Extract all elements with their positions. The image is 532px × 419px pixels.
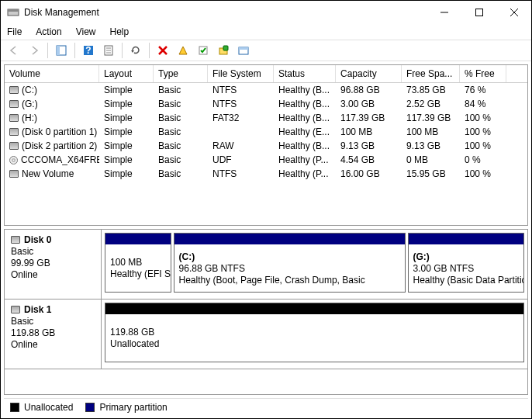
cell: Healthy (B...: [274, 140, 336, 152]
drive-icon: [9, 86, 19, 94]
volume-row[interactable]: CCCOMA_X64FRE...SimpleBasicUDFHealthy (P…: [5, 153, 527, 167]
disk-label[interactable]: Disk 1Basic119.88 GBOnline: [5, 300, 102, 369]
toolbar: ?: [1, 40, 531, 61]
column-header[interactable]: File System: [208, 65, 274, 82]
cell: CCCOMA_X64FRE...: [5, 154, 99, 166]
show-hide-console-tree-button[interactable]: [53, 42, 70, 59]
volume-rows: (C:)SimpleBasicNTFSHealthy (B...96.88 GB…: [5, 83, 527, 225]
column-header[interactable]: Capacity: [336, 65, 402, 82]
cell: 84 %: [460, 98, 506, 110]
column-header[interactable]: Layout: [99, 65, 154, 82]
drive-icon: [9, 100, 19, 108]
volume-row[interactable]: (Disk 2 partition 2)SimpleBasicRAWHealth…: [5, 139, 527, 153]
column-header[interactable]: % Free: [460, 65, 506, 82]
column-header[interactable]: Type: [154, 65, 208, 82]
partition-status: Healthy (Basic Data Partition): [413, 275, 519, 286]
volume-row[interactable]: New VolumeSimpleBasicNTFSHealthy (P...16…: [5, 167, 527, 181]
cell: (C:): [5, 84, 99, 96]
cell: 73.85 GB: [402, 84, 460, 96]
close-button[interactable]: [496, 1, 531, 24]
menu-view[interactable]: View: [76, 26, 96, 37]
cell: Simple: [99, 168, 154, 180]
partition-title: (G:): [413, 251, 519, 262]
cell: 15.95 GB: [402, 168, 460, 180]
help-button[interactable]: ?: [80, 42, 97, 59]
cell: 100 %: [460, 126, 506, 138]
volume-row[interactable]: (G:)SimpleBasicNTFSHealthy (B...3.00 GB2…: [5, 97, 527, 111]
delete-button[interactable]: [154, 42, 171, 59]
partition[interactable]: 119.88 GBUnallocated: [105, 303, 524, 362]
legend-label: Primary partition: [99, 402, 167, 413]
partition[interactable]: (C:)96.88 GB NTFSHealthy (Boot, Page Fil…: [174, 233, 406, 293]
cell: Simple: [99, 98, 154, 110]
cell: Simple: [99, 154, 154, 166]
disk-type: Basic: [11, 246, 95, 257]
legend: UnallocatedPrimary partition: [4, 398, 528, 415]
column-header[interactable]: Status: [274, 65, 336, 82]
cell: Healthy (E...: [274, 126, 336, 138]
partition-bar: [174, 234, 405, 244]
partition-status: Unallocated: [110, 338, 519, 349]
column-headers: VolumeLayoutTypeFile SystemStatusCapacit…: [5, 65, 527, 83]
volume-list-pane: VolumeLayoutTypeFile SystemStatusCapacit…: [4, 64, 528, 226]
partition-size: 96.88 GB NTFS: [179, 263, 400, 274]
back-button[interactable]: [5, 42, 22, 59]
svg-rect-18: [223, 46, 228, 50]
cell: 16.00 GB: [336, 168, 402, 180]
svg-rect-7: [57, 46, 60, 55]
menu-action[interactable]: Action: [36, 26, 61, 37]
drive-icon: [9, 142, 19, 150]
cell: Healthy (P...: [274, 168, 336, 180]
action-button-1[interactable]: [174, 42, 192, 59]
cell: Basic: [154, 140, 208, 152]
cell: 100 %: [460, 168, 506, 180]
volume-row[interactable]: (Disk 0 partition 1)SimpleBasicHealthy (…: [5, 125, 527, 139]
cell: NTFS: [208, 98, 274, 110]
refresh-button[interactable]: [127, 42, 144, 59]
partition-bar: [105, 303, 523, 314]
action-button-2[interactable]: [195, 42, 212, 59]
cell: (Disk 2 partition 2): [5, 140, 99, 152]
properties-button[interactable]: [100, 42, 117, 59]
svg-rect-3: [475, 9, 482, 16]
menu-file[interactable]: File: [7, 26, 22, 37]
cell: 100 MB: [336, 126, 402, 138]
volume-row[interactable]: (H:)SimpleBasicFAT32Healthy (B...117.39 …: [5, 111, 527, 125]
partition-bar: [105, 234, 171, 244]
partition[interactable]: 100 MBHealthy (EFI Sys: [105, 233, 171, 293]
cell: (Disk 0 partition 1): [5, 126, 99, 138]
action-button-3[interactable]: [215, 42, 232, 59]
maximize-button[interactable]: [461, 1, 496, 24]
disk-size: 119.88 GB: [11, 327, 95, 338]
svg-rect-20: [239, 47, 248, 50]
disk-partitions: 100 MBHealthy (EFI Sys(C:)96.88 GB NTFSH…: [102, 230, 527, 299]
action-button-4[interactable]: [235, 42, 252, 59]
cell: 9.13 GB: [336, 140, 402, 152]
titlebar: Disk Management: [1, 1, 531, 24]
disk-icon: [11, 306, 20, 313]
disk-status: Online: [11, 339, 95, 350]
partition-size: 119.88 GB: [110, 327, 519, 338]
cell: 0 %: [460, 154, 506, 166]
cell: 0 MB: [402, 154, 460, 166]
column-header[interactable]: Volume: [5, 65, 99, 82]
partition-bar: [409, 234, 523, 244]
cell: Simple: [99, 84, 154, 96]
partition[interactable]: (G:)3.00 GB NTFSHealthy (Basic Data Part…: [408, 233, 524, 293]
cell: (G:): [5, 98, 99, 110]
forward-button[interactable]: [26, 42, 43, 59]
cell: 9.13 GB: [402, 140, 460, 152]
cell: 100 %: [460, 140, 506, 152]
volume-row[interactable]: (C:)SimpleBasicNTFSHealthy (B...96.88 GB…: [5, 83, 527, 97]
cell: Simple: [99, 126, 154, 138]
column-header[interactable]: Free Spa...: [402, 65, 460, 82]
partition-title: (C:): [179, 251, 400, 262]
cell: Basic: [154, 98, 208, 110]
disk-row: Disk 1Basic119.88 GBOnline119.88 GBUnall…: [5, 300, 527, 369]
legend-label: Unallocated: [24, 402, 73, 413]
disk-label[interactable]: Disk 0Basic99.99 GBOnline: [5, 230, 102, 299]
minimize-button[interactable]: [427, 1, 461, 24]
menu-help[interactable]: Help: [110, 26, 130, 37]
cell: (H:): [5, 112, 99, 124]
partition-status: Healthy (EFI Sys: [110, 268, 166, 279]
